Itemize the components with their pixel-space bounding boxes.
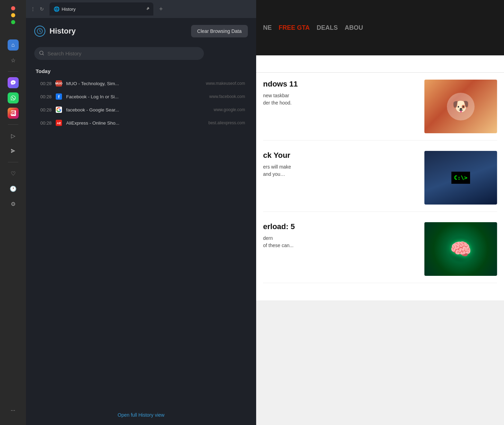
sidebar-item-settings[interactable]: ⚙ xyxy=(8,198,19,209)
item-time: 00:28 xyxy=(37,94,52,99)
bg-nav-text-4: ABOU xyxy=(345,24,363,31)
search-icon xyxy=(39,51,44,57)
sidebar-divider-1 xyxy=(8,71,18,72)
bg-article-text-2: ck Your ers will makeand you… xyxy=(263,151,417,178)
item-time: 00:28 xyxy=(37,120,52,126)
item-url: www.google.com xyxy=(214,107,245,112)
bg-nav-text-1: NE xyxy=(263,24,272,31)
tab-controls: ⋮ ↻ xyxy=(29,6,45,12)
browser-panel: ⋮ ↻ 🌐 History + History Clear Br xyxy=(26,0,256,425)
sidebar-item-home[interactable]: ⌂ xyxy=(8,39,19,51)
tab-title: History xyxy=(62,7,75,12)
history-item[interactable]: 00:28 facebook - Google Sear... www.goog… xyxy=(34,103,248,116)
item-url: www.facebook.com xyxy=(209,94,245,99)
bg-article-row-2: ck Your ers will makeand you… C:\> xyxy=(263,151,497,212)
bg-article-body-1: new taskbarder the hood. xyxy=(263,92,417,107)
tab-menu-button[interactable]: ⋮ xyxy=(29,6,36,12)
history-page-icon xyxy=(34,26,45,37)
sidebar-item-instagram[interactable] xyxy=(8,108,19,119)
tab-bar: ⋮ ↻ 🌐 History + xyxy=(26,0,256,18)
item-title: facebook - Google Sear... xyxy=(66,107,209,112)
bg-thumbnail-3: 🧠 xyxy=(424,222,497,276)
background-content: NE FREE GTA DEALS ABOU ndows 11 new task… xyxy=(256,0,504,425)
sidebar-item-messenger[interactable] xyxy=(8,77,19,88)
sidebar-item-send[interactable] xyxy=(8,145,19,156)
sidebar-item-heart[interactable]: ♡ xyxy=(8,168,19,179)
bg-thumbnail-2: C:\> xyxy=(424,151,497,205)
item-title: MUO - Technology, Sim... xyxy=(66,81,202,86)
sidebar: ⌂ ☆ ▷ ♡ 🕐 ⚙ ··· xyxy=(0,0,26,425)
bg-article-row-1: ndows 11 new taskbarder the hood. 🐶 xyxy=(263,80,497,141)
item-favicon-facebook: f xyxy=(56,93,62,100)
search-history-input[interactable] xyxy=(34,47,204,60)
sidebar-item-history[interactable]: 🕐 xyxy=(8,183,19,194)
history-items-list: 00:28 MUO MUO - Technology, Sim... www.m… xyxy=(34,77,248,129)
bg-article-area: ndows 11 new taskbarder the hood. 🐶 ck Y… xyxy=(256,73,504,300)
item-url: best.aliexpress.com xyxy=(208,120,245,125)
history-footer: Open full History view xyxy=(26,406,256,425)
open-full-history-button[interactable]: Open full History view xyxy=(118,412,164,418)
item-favicon-muo: MUO xyxy=(56,80,62,87)
item-time: 00:28 xyxy=(37,107,52,112)
bg-article-body-3: dernof these can... xyxy=(263,235,417,249)
item-favicon-aliexpress: AE xyxy=(56,120,62,126)
svg-text:AE: AE xyxy=(57,121,61,125)
traffic-light-red[interactable] xyxy=(11,6,15,10)
item-title: Facebook - Log In or Si... xyxy=(66,94,205,99)
history-item[interactable]: 00:28 f Facebook - Log In or Si... www.f… xyxy=(34,90,248,103)
item-url: www.makeuseof.com xyxy=(206,81,245,86)
item-favicon-google xyxy=(56,107,62,113)
today-section-label: Today xyxy=(34,68,248,74)
traffic-light-yellow[interactable] xyxy=(11,13,15,17)
history-item[interactable]: 00:28 MUO MUO - Technology, Sim... www.m… xyxy=(34,77,248,90)
item-title: AliExpress - Online Sho... xyxy=(66,120,204,126)
search-container xyxy=(34,47,248,60)
page-title: History xyxy=(50,27,191,36)
active-tab[interactable]: 🌐 History xyxy=(50,2,153,16)
history-header: History Clear Browsing Data xyxy=(34,25,248,37)
reload-button[interactable]: ↻ xyxy=(38,6,45,12)
bg-article-row-3: erload: 5 dernof these can... 🧠 xyxy=(263,222,497,283)
bg-article-heading-2: ck Your xyxy=(263,151,417,160)
sidebar-item-more[interactable]: ··· xyxy=(8,405,19,416)
sidebar-item-play[interactable]: ▷ xyxy=(8,130,19,141)
bg-nav-text-3: DEALS xyxy=(317,24,338,31)
history-item[interactable]: 00:28 AE AliExpress - Online Sho... best… xyxy=(34,116,248,129)
sidebar-divider-3 xyxy=(8,162,18,162)
item-time: 00:28 xyxy=(37,81,52,86)
sidebar-item-favorites[interactable]: ☆ xyxy=(8,55,19,66)
tab-globe-icon: 🌐 xyxy=(54,6,60,12)
sidebar-item-whatsapp[interactable] xyxy=(8,92,19,103)
bg-top-bar: NE FREE GTA DEALS ABOU xyxy=(256,0,504,55)
bg-thumbnail-1: 🐶 xyxy=(424,80,497,133)
bg-article-text-3: erload: 5 dernof these can... xyxy=(263,222,417,249)
bg-article-heading-1: ndows 11 xyxy=(263,80,417,89)
clear-browsing-data-button[interactable]: Clear Browsing Data xyxy=(191,25,248,37)
bg-article-body-2: ers will makeand you… xyxy=(263,163,417,178)
bg-nav-text-2: FREE GTA xyxy=(279,24,310,31)
bg-article-heading-3: erload: 5 xyxy=(263,222,417,231)
sidebar-divider-2 xyxy=(8,124,18,125)
bg-article-text-1: ndows 11 new taskbarder the hood. xyxy=(263,80,417,107)
tab-pin-icon[interactable] xyxy=(145,7,149,12)
new-tab-button[interactable]: + xyxy=(156,4,166,14)
history-content: History Clear Browsing Data Today 00:28 … xyxy=(26,18,256,406)
traffic-light-green[interactable] xyxy=(11,20,15,24)
